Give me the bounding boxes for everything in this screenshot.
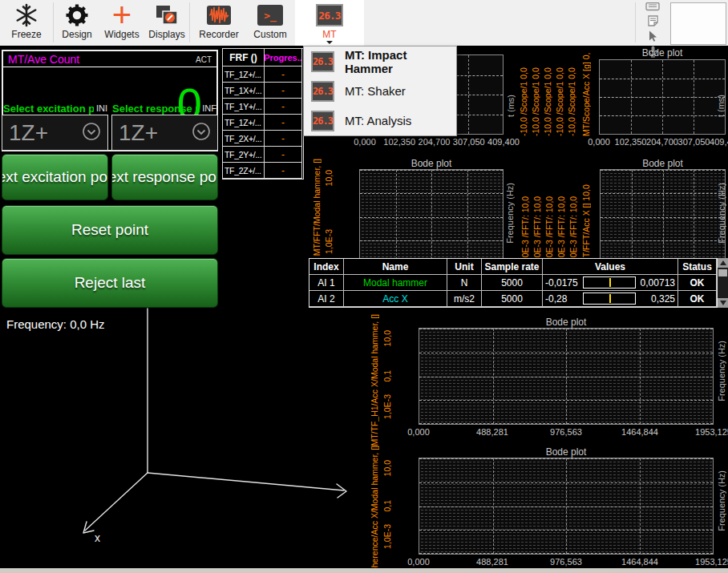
tf-ytick-mid: 0,1 (382, 370, 392, 382)
status-badge: OK (678, 291, 717, 307)
mt-dropdown-menu: 26.3 MT: Impact Hammer 26.3 MT: Shaker 2… (303, 46, 457, 136)
mt-button[interactable]: 26.3 MT (295, 0, 364, 46)
displays-button[interactable]: Displays (146, 0, 188, 46)
table-row[interactable]: TF_2Y+/... (223, 147, 265, 163)
scope-right-yaxis-label: -10,0 /Scope/1 0,0 (566, 53, 578, 136)
toolbar-separator (189, 2, 190, 42)
menu-item-analysis[interactable]: 26.3 MT: Analysis (304, 106, 456, 135)
keyboard-icon[interactable] (645, 0, 660, 14)
channel-table[interactable]: Index Name Unit Sample rate Values Statu… (309, 258, 718, 308)
reject-last-button[interactable]: Reject last (2, 258, 218, 308)
plus-icon: + (112, 2, 132, 28)
fft-left-yaxis-label: MT/FFT/Modal hammer, [] (312, 159, 322, 256)
design-button[interactable]: Design (56, 0, 98, 46)
channel-rate: 5000 (482, 275, 543, 291)
reset-point-label: Reset point (71, 221, 148, 239)
scope-right-yaxis-label: -10,0 /Scope/1 0,0 (542, 53, 554, 136)
fft-right-freq-axis-label: Frequency (Hz) (717, 183, 726, 244)
frf-progress-cell: - (265, 163, 302, 179)
table-row[interactable]: TF_1Y+/... (223, 99, 265, 115)
coherence-plot[interactable] (419, 458, 714, 555)
widgets-label: Widgets (104, 29, 139, 40)
table-row[interactable]: AI 1 (309, 275, 344, 291)
reset-point-button[interactable]: Reset point (2, 205, 218, 255)
ave-count-title: MT/Ave Count (8, 53, 79, 66)
table-row[interactable]: AI 2 (309, 291, 344, 307)
coherence-ytick-bottom: 1,0E-3 (382, 524, 392, 549)
scroll-down-button[interactable] (718, 298, 728, 308)
tf-ytick-top: 10,0 (382, 330, 392, 346)
chevron-down-icon[interactable] (82, 122, 101, 144)
excitation-point-select[interactable]: 1Z+ (2, 115, 108, 151)
chevron-down-icon[interactable] (192, 122, 211, 144)
tf-ytick-bottom: 1,0E-3 (382, 394, 392, 419)
ave-count-mode-badge: ACT (196, 55, 212, 64)
tf-plot[interactable] (419, 328, 714, 425)
geometry-3d-view: x (0, 305, 377, 573)
scope-right-yaxis-label: -10,0 /Scope/1 0,0 (554, 53, 566, 136)
table-row[interactable]: TF_2Z+/... (223, 163, 265, 179)
excitation-label: Select excitation point (3, 103, 94, 115)
channel-name[interactable]: Acc X (344, 291, 447, 307)
table-row[interactable]: TF_1Z+/... (223, 67, 265, 83)
gear-icon (65, 2, 89, 28)
frf-progress-cell: - (265, 99, 302, 115)
response-point-select[interactable]: 1Z+ (111, 115, 218, 151)
channel-header-unit: Unit (447, 259, 482, 275)
menu-item-impact-hammer[interactable]: 26.3 MT: Impact Hammer (304, 46, 456, 76)
channel-name[interactable]: Modal hammer (344, 275, 447, 291)
side-icon-strip (638, 0, 667, 46)
table-row[interactable]: TF_1Z+/... (223, 115, 265, 131)
mt-caret-icon (326, 41, 333, 44)
fft-left-ytick-bottom: 1,0E-3 (324, 229, 334, 254)
design-label: Design (62, 29, 91, 40)
menu-item-label: MT: Impact Hammer (345, 48, 456, 75)
fft-left-ytick-top: 10,0 (324, 170, 334, 186)
menu-item-shaker[interactable]: 26.3 MT: Shaker (304, 76, 456, 106)
custom-button[interactable]: >_ Custom (247, 0, 293, 46)
frf-header-progress: Progres.. (265, 49, 302, 67)
recorder-button[interactable]: Recorder (194, 0, 244, 46)
fft-right-yaxis-label: 1,0E-3 /FFT/: 10,0 (556, 159, 568, 264)
coherence-freq-axis-label: Frequency (Hz) (717, 470, 726, 531)
fft-right-plot[interactable] (600, 169, 726, 264)
terminal-icon: >_ (257, 2, 283, 28)
scrollbar-thumb[interactable] (718, 269, 727, 276)
freeze-button[interactable]: Freeze (2, 0, 51, 46)
level-bar (583, 293, 636, 305)
fft-left-plot[interactable] (359, 169, 504, 264)
recorder-label: Recorder (199, 29, 238, 40)
channel-min-value: -0,28 (545, 293, 567, 305)
response-tag: INF (202, 103, 216, 113)
toolbar-separator (635, 2, 636, 42)
cursor-icon[interactable] (648, 30, 658, 45)
note-icon[interactable] (647, 15, 659, 30)
next-response-button[interactable]: Next response point (111, 154, 218, 200)
mt-display-icon: 26.3 (311, 81, 334, 102)
table-row[interactable]: TF_2X+/... (223, 131, 265, 147)
scope-right-yaxis-label: -10,0 /Scope/1 0,0 (530, 53, 542, 136)
table-row[interactable]: TF_1X+/... (223, 83, 265, 99)
coherence-title: Bode plot (419, 446, 714, 458)
frf-progress-cell: - (265, 67, 302, 83)
scope-right-yaxis-label: -10,0 /Scope/1 0,0 (518, 53, 530, 136)
toolbar-empty-panel (670, 2, 726, 45)
scope-left-time-axis-label: t (ms) (506, 95, 516, 117)
excitation-point-value: 1Z+ (9, 120, 48, 146)
next-excitation-label: Next excitation point (2, 168, 108, 186)
widgets-button[interactable]: + Widgets (99, 0, 144, 46)
scope-right-yaxis-label: MT/Scope/Acc X [g] 0,0 (580, 53, 593, 136)
response-label: Select response point (112, 103, 200, 115)
reject-last-label: Reject last (75, 274, 146, 292)
scope-right-plot[interactable] (599, 59, 726, 135)
status-badge: OK (678, 275, 717, 291)
displays-label: Displays (148, 29, 184, 40)
frf-table[interactable]: FRF () Progres.. TF_1Z+/... - TF_1X+/...… (222, 48, 304, 180)
channel-table-scrollbar[interactable] (718, 258, 728, 308)
freeze-label: Freeze (11, 29, 41, 40)
scroll-up-button[interactable] (718, 258, 728, 268)
fft-right-yaxis-label: 1,0E-3 /FFT/: 10,0 (532, 159, 544, 264)
channel-max-value: 0,325 (651, 293, 675, 305)
next-excitation-button[interactable]: Next excitation point (2, 154, 108, 200)
channel-header-index: Index (309, 259, 344, 275)
